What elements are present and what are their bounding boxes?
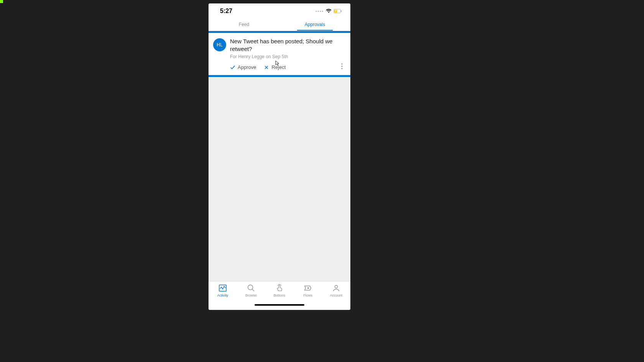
nav-activity[interactable]: Activity [209,284,237,304]
bottom-nav: Activity Browse Buttons Flows Account [209,281,350,304]
tab-approvals-label: Approvals [305,22,325,27]
wifi-icon [326,9,332,13]
x-icon [264,65,269,70]
home-indicator-bar [209,304,350,310]
card-actions: Approve Reject [230,63,346,71]
nav-flows-label: Flows [303,293,312,297]
svg-point-4 [342,66,343,67]
approval-card-highlight: HL New Tweet has been posted; Should we … [209,31,350,77]
flows-icon [304,284,312,292]
phone-frame: 5:27 •••• Feed Approvals HL [209,3,350,310]
corner-indicator [0,0,3,3]
approve-button[interactable]: Approve [230,64,256,70]
nav-buttons-label: Buttons [274,293,286,297]
status-bar: 5:27 •••• [209,3,350,19]
tab-feed-label: Feed [239,22,249,27]
svg-point-5 [342,68,343,69]
home-indicator[interactable] [255,304,304,306]
content-area [209,77,350,281]
check-icon [230,65,235,70]
tab-approvals[interactable]: Approvals [279,19,350,31]
nav-account-label: Account [330,293,343,297]
tap-icon [275,284,284,292]
cellular-icon: •••• [315,9,324,13]
tab-feed[interactable]: Feed [209,19,279,31]
nav-account[interactable]: Account [322,284,350,304]
more-button[interactable] [341,63,346,71]
card-title: New Tweet has been posted; Should we ret… [230,38,346,52]
svg-point-8 [308,288,309,289]
nav-browse[interactable]: Browse [237,284,265,304]
battery-icon [334,9,342,13]
avatar-initials: HL [217,42,222,48]
svg-point-9 [335,285,337,288]
status-icons: •••• [315,9,342,13]
svg-rect-2 [341,10,342,12]
reject-button[interactable]: Reject [264,64,286,70]
more-vertical-icon [341,63,343,69]
search-icon [247,284,255,292]
nav-buttons[interactable]: Buttons [265,284,294,304]
activity-icon [219,284,227,292]
card-body: New Tweet has been posted; Should we ret… [230,38,346,71]
cursor-icon [275,61,281,66]
nav-browse-label: Browse [245,293,257,297]
approve-label: Approve [238,64,256,70]
person-icon [332,284,340,292]
avatar: HL [213,38,226,51]
tab-bar: Feed Approvals [209,19,350,31]
status-time: 5:27 [220,8,232,15]
nav-activity-label: Activity [217,293,228,297]
svg-point-3 [342,64,343,65]
card-meta: For Henry Legge on Sep 5th [230,54,346,59]
nav-flows[interactable]: Flows [294,284,322,304]
svg-point-7 [248,285,253,290]
approval-card[interactable]: HL New Tweet has been posted; Should we … [209,33,350,75]
